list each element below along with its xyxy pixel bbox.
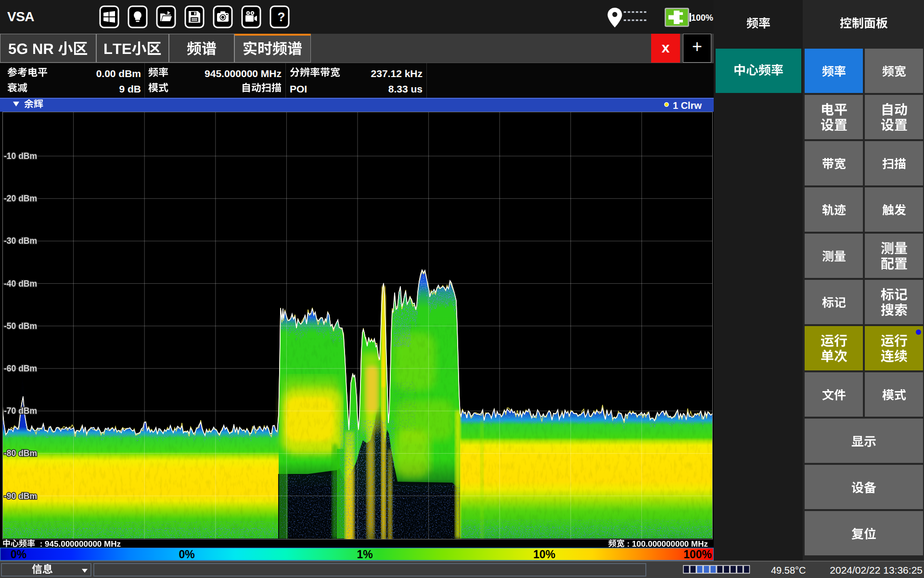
svg-text:-70 dBm: -70 dBm <box>4 406 37 416</box>
svg-text:-60 dBm: -60 dBm <box>4 364 37 373</box>
svg-text:-90 dBm: -90 dBm <box>4 491 37 501</box>
svg-text:-30 dBm: -30 dBm <box>4 236 37 246</box>
svg-text:-50 dBm: -50 dBm <box>4 321 37 331</box>
svg-text:0%: 0% <box>179 548 194 561</box>
svg-text:1%: 1% <box>357 548 372 561</box>
svg-text:0%: 0% <box>11 548 26 561</box>
svg-text:-40 dBm: -40 dBm <box>4 279 37 289</box>
svg-text:-80 dBm: -80 dBm <box>4 448 37 458</box>
svg-text:?: ? <box>278 10 285 24</box>
svg-text:-10 dBm: -10 dBm <box>4 151 37 161</box>
svg-text:-20 dBm: -20 dBm <box>4 194 37 203</box>
svg-text:100%: 100% <box>683 548 712 561</box>
svg-text:10%: 10% <box>533 548 555 561</box>
